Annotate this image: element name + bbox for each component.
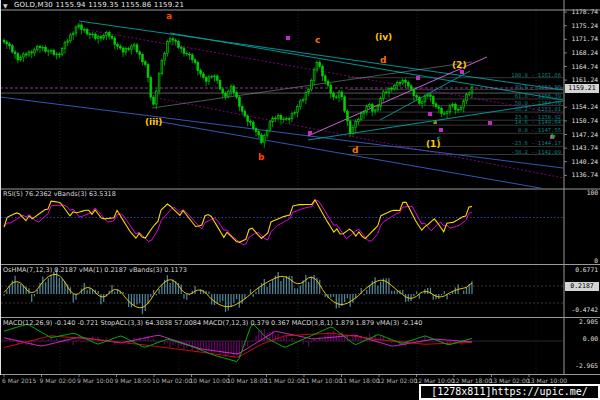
svg-text:100: 100 [587,189,599,196]
wave-label: b [258,152,265,162]
chart-menu-icon[interactable]: ▼ [3,2,8,9]
svg-text:0.6771: 0.6771 [575,266,598,273]
svg-text:-0.4742: -0.4742 [571,306,598,313]
svg-text:1164.74: 1164.74 [571,63,598,70]
time-label: 13 Mar 02:00 [490,377,530,384]
rsi-panel-title: RSI(5) 76.2362 vBands(3) 63.5318 [3,190,116,198]
wave-label: d [380,55,386,65]
macd-panel-title: MACD(12,26,9) -0.140 -0.721 StopACL(3,3)… [3,319,422,327]
svg-text:1178.74: 1178.74 [571,8,598,15]
wave-label: c [315,35,320,45]
svg-text:1171.74: 1171.74 [571,35,598,42]
svg-text:1136.74: 1136.74 [571,171,598,178]
oshma-panel-title: OsHMA(7,12,3) 0.2187 vMA(1) 0.2187 vBand… [3,266,187,274]
wave-label: (iii) [145,117,162,127]
wave-label: (iv) [375,32,392,42]
time-label: 10 Mar 02:00 [152,377,192,384]
main-chart[interactable] [0,21,563,192]
time-label: 10 Mar 10:00 [190,377,230,384]
svg-text:1154.24: 1154.24 [571,103,598,110]
time-label: 11 Mar 02:00 [265,377,305,384]
wave-label: a [166,11,172,21]
current-price-box: 1159.21 [565,84,599,93]
svg-text:1161.24: 1161.24 [571,76,598,83]
mt4-chart-window: abcdd(iii)(iv)(1)(2)acb100.0 - 1161.8678… [0,0,600,400]
svg-text:2.905: 2.905 [579,318,598,325]
time-axis[interactable]: 6 Mar 20159 Mar 02:009 Mar 10:009 Mar 18… [2,375,567,385]
time-label: 11 Mar 18:00 [340,377,380,384]
chart-canvas[interactable]: abcdd(iii)(iv)(1)(2)acb100.0 - 1161.8678… [0,0,600,400]
svg-text:0: 0 [594,257,598,264]
wave-label: d [352,145,358,155]
svg-text:78.6 - 1158.80: 78.6 - 1158.80 [515,84,561,90]
svg-text:14.6 - 1149.64: 14.6 - 1149.64 [515,119,562,125]
time-label: 12 Mar 10:00 [415,377,455,384]
wave-label: c [437,134,441,141]
fib-labels: 100.0 - 1161.8678.6 - 1158.8061.8 - 1156… [511,72,561,155]
wave-labels: abcdd(iii)(iv)(1)(2)acb [145,11,556,162]
svg-text:-2.965: -2.965 [575,362,598,369]
svg-text:-38.2 - 1142.09: -38.2 - 1142.09 [511,149,561,155]
wave-label: (2) [452,60,467,70]
time-label: 9 Mar 02:00 [40,377,76,384]
svg-text:50.0 - 1154.70: 50.0 - 1154.70 [515,100,561,106]
svg-text:1150.74: 1150.74 [571,117,598,124]
rsi-panel[interactable] [1,200,563,245]
oshma-current-box: 0.2187 [565,282,599,291]
svg-text:0.00: 0.00 [583,335,598,342]
symbol-ohlc-readout: GOLD,M30 1155.94 1159.35 1155.86 1159.21 [14,1,184,9]
svg-text:1143.74: 1143.74 [571,144,598,151]
oshma-panel[interactable] [1,269,563,314]
time-label: 9 Mar 18:00 [115,377,151,384]
svg-text:38.2 - 1153.01: 38.2 - 1153.01 [515,106,561,112]
svg-text:0.0 - 1147.55: 0.0 - 1147.55 [518,127,561,133]
watermark: [1278x811]https://upic.me/ [419,384,600,400]
time-label: 13 Mar 10:00 [527,377,567,384]
svg-text:1175.24: 1175.24 [571,22,598,29]
svg-text:-23.6 - 1144.17: -23.6 - 1144.17 [511,140,561,146]
time-label: 10 Mar 18:00 [227,377,267,384]
wave-label: a [433,118,437,125]
time-label: 11 Mar 10:00 [302,377,342,384]
svg-text:1140.24: 1140.24 [571,158,598,165]
svg-text:61.8 - 1156.39: 61.8 - 1156.39 [515,93,561,99]
rsi-scale: 1000 [587,189,599,264]
time-label: 6 Mar 2015 [2,377,36,384]
svg-text:1147.24: 1147.24 [571,131,598,138]
time-label: 12 Mar 18:00 [452,377,492,384]
macd-panel[interactable] [1,324,563,362]
svg-text:100.0 - 1161.86: 100.0 - 1161.86 [511,72,561,78]
time-label: 12 Mar 02:00 [377,377,417,384]
time-label: 9 Mar 10:00 [77,377,113,384]
svg-text:1168.24: 1168.24 [571,49,598,56]
macd-scale: 2.9050.00-2.965 [575,318,598,369]
